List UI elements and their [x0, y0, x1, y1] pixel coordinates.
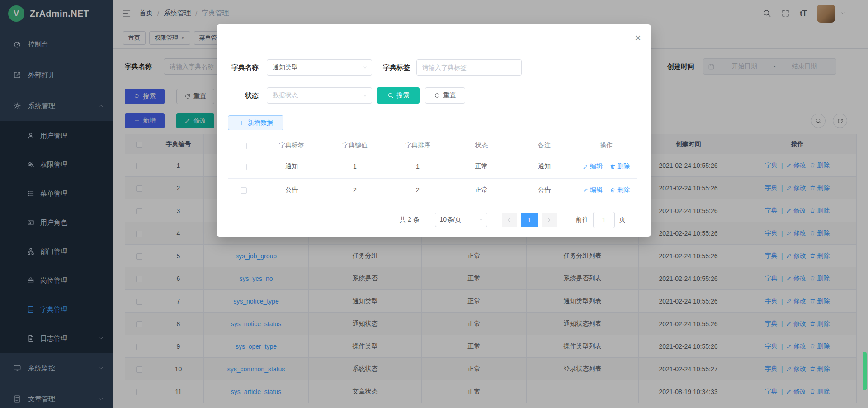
row-checkbox[interactable]: [241, 164, 247, 170]
edit-link[interactable]: 编辑: [583, 186, 603, 194]
dialog-dict-label-label: 字典标签: [379, 59, 410, 76]
next-page-button[interactable]: [542, 213, 557, 227]
prev-page-button[interactable]: [502, 213, 517, 227]
dialog-dict-name-select[interactable]: 通知类型: [267, 59, 372, 76]
edit-link[interactable]: 编辑: [583, 162, 603, 171]
goto-label: 前往: [576, 216, 589, 224]
dict-data-dialog: × 字典名称 通知类型 字典标签 状态 数据状态 搜索 重置 新增数据: [217, 24, 651, 237]
page-unit-label: 页: [619, 216, 626, 224]
table-row: 通知 1 1 正常 通知 编辑删除: [228, 155, 637, 178]
row-actions: 编辑删除: [575, 186, 637, 194]
page-size-select[interactable]: 10条/页: [435, 213, 487, 227]
dict-data-table: 字典标签 字典键值 字典排序 状态 备注 操作 通知 1 1 正常 通知 编辑删…: [228, 137, 637, 202]
page-number-button[interactable]: 1: [521, 213, 538, 227]
dialog-status-label: 状态: [228, 87, 259, 104]
dialog-search-button[interactable]: 搜索: [377, 87, 420, 104]
table-header-row: 字典标签 字典键值 字典排序 状态 备注 操作: [228, 137, 637, 155]
row-checkbox[interactable]: [241, 187, 247, 194]
chevron-down-icon: [478, 217, 484, 223]
table-row: 公告 2 2 正常 公告 编辑删除: [228, 178, 637, 202]
scrollbar-thumb[interactable]: [863, 352, 867, 390]
row-actions: 编辑删除: [575, 162, 637, 171]
dialog-status-select[interactable]: 数据状态: [267, 87, 372, 104]
delete-link[interactable]: 删除: [610, 186, 630, 194]
screen: V ZrAdmin.NET 控制台 外部打开 系统管理 用户管理: [0, 0, 868, 408]
dialog-reset-button[interactable]: 重置: [425, 87, 465, 104]
chevron-down-icon: [362, 93, 368, 99]
select-all-checkbox[interactable]: [241, 143, 247, 149]
close-icon[interactable]: ×: [635, 33, 641, 43]
dialog-dict-name-label: 字典名称: [228, 59, 259, 76]
add-dict-data-button[interactable]: 新增数据: [228, 115, 283, 130]
delete-link[interactable]: 删除: [610, 162, 630, 171]
dialog-dict-label-input[interactable]: [416, 59, 522, 76]
chevron-down-icon: [362, 65, 368, 71]
pagination-total: 共 2 条: [400, 216, 420, 224]
pagination: 共 2 条 10条/页 1 前往 页: [400, 213, 626, 227]
goto-page-input[interactable]: [593, 212, 615, 228]
